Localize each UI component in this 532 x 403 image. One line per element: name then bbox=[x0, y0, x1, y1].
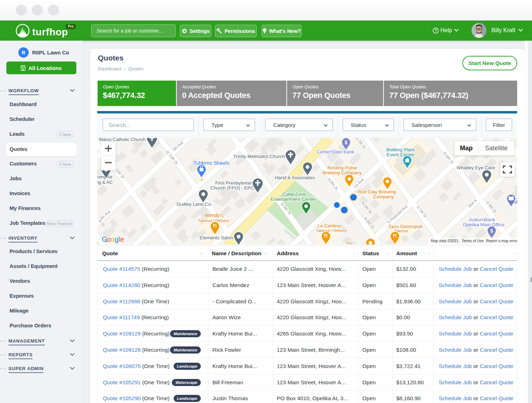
svg-text:o: o bbox=[107, 235, 111, 243]
svg-text:Bottling Plant: Bottling Plant bbox=[386, 147, 415, 152]
svg-text:Church (FPO) - EPC: Church (FPO) - EPC bbox=[210, 185, 254, 191]
svg-text:Satellite: Satellite bbox=[485, 145, 508, 152]
svg-text:La Cantina: La Cantina bbox=[317, 223, 341, 228]
svg-text:g: g bbox=[115, 235, 118, 243]
svg-text:l: l bbox=[118, 235, 120, 243]
svg-text:o: o bbox=[111, 235, 115, 243]
svg-text:Entertainment Center: Entertainment Center bbox=[271, 197, 316, 202]
svg-text:Report a map error: Report a map error bbox=[486, 239, 517, 243]
svg-text:R: R bbox=[22, 50, 25, 56]
svg-text:AuburnBank -: AuburnBank - bbox=[469, 217, 498, 222]
svg-text:Takeout • Delivery: Takeout • Delivery bbox=[316, 228, 347, 233]
svg-text:Thi: Thi bbox=[345, 241, 352, 245]
svg-text:$: $ bbox=[490, 228, 493, 234]
svg-text:Hand & Associates: Hand & Associates bbox=[275, 175, 315, 180]
svg-text:Opelika Main Office: Opelika Main Office bbox=[463, 222, 504, 227]
svg-text:Resting Pulse: Resting Pulse bbox=[327, 165, 357, 170]
svg-text:ng & AC: ng & AC bbox=[97, 180, 113, 185]
svg-text:CenterState Bank: CenterState Bank bbox=[317, 149, 355, 154]
svg-text:First Presbyterian: First Presbyterian bbox=[215, 180, 253, 186]
svg-text:Map: Map bbox=[460, 145, 473, 152]
svg-text:Company: Company bbox=[373, 194, 394, 199]
svg-text:CyberZone: CyberZone bbox=[282, 192, 306, 197]
svg-text:?: ? bbox=[434, 28, 437, 33]
svg-text:Event Center: Event Center bbox=[387, 152, 415, 157]
svg-text:Map data ©2021: Map data ©2021 bbox=[431, 239, 458, 243]
svg-text:Elements Salon: Elements Salon bbox=[200, 235, 233, 240]
svg-text:Brewing Company: Brewing Company bbox=[323, 170, 362, 175]
svg-text:Red Clay Brewing: Red Clay Brewing bbox=[358, 189, 396, 194]
svg-text:Trinity Methodist Church: Trinity Methodist Church bbox=[233, 154, 285, 159]
svg-text:Dudley Land Co: Dudley Land Co bbox=[177, 202, 211, 207]
svg-text:Zazu Gastropub: Zazu Gastropub bbox=[388, 224, 423, 229]
svg-text:Tuhkimo Shawls: Tuhkimo Shawls bbox=[193, 160, 229, 166]
svg-text:Wendy's: Wendy's bbox=[205, 212, 223, 218]
svg-text:e: e bbox=[120, 235, 124, 243]
svg-text:Whatley Eye Care: Whatley Eye Care bbox=[457, 165, 495, 170]
svg-text:$: $ bbox=[345, 140, 347, 145]
svg-text:Terms of Use: Terms of Use bbox=[462, 239, 484, 243]
